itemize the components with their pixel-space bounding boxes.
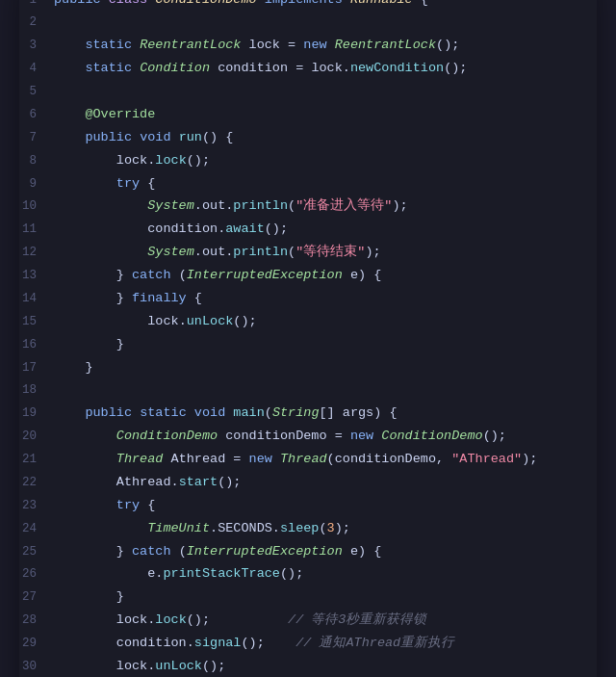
code-line-10: 10 System.out.println("准备进入等待"); xyxy=(19,195,597,218)
code-line-12: 12 System.out.println("等待结束"); xyxy=(19,241,597,264)
code-line-6: 6 @Override xyxy=(19,103,597,126)
code-line-4: 4 static Condition condition = lock.newC… xyxy=(19,57,597,80)
code-line-16: 16 } xyxy=(19,333,597,356)
code-line-29: 29 condition.signal(); // 通知AThread重新执行 xyxy=(19,632,597,655)
code-line-5: 5 xyxy=(19,80,597,103)
code-line-2: 2 xyxy=(19,11,597,34)
code-line-13: 13 } catch (InterruptedException e) { xyxy=(19,264,597,287)
code-line-1: 1 public class ConditionDemo implements … xyxy=(19,0,597,11)
code-line-23: 23 try { xyxy=(19,494,597,517)
code-line-18: 18 xyxy=(19,378,597,402)
code-line-14: 14 } finally { xyxy=(19,287,597,310)
code-line-20: 20 ConditionDemo conditionDemo = new Con… xyxy=(19,425,597,448)
code-line-17: 17 } xyxy=(19,356,597,379)
code-line-9: 9 try { xyxy=(19,172,597,195)
code-line-3: 3 static ReentrantLock lock = new Reentr… xyxy=(19,34,597,57)
code-line-24: 24 TimeUnit.SECONDS.sleep(3); xyxy=(19,517,597,540)
code-line-26: 26 e.printStackTrace(); xyxy=(19,562,597,586)
code-line-25: 25 } catch (InterruptedException e) { xyxy=(19,540,597,563)
code-line-30: 30 lock.unLock(); xyxy=(19,655,597,677)
code-line-27: 27 } xyxy=(19,586,597,609)
code-line-21: 21 Thread Athread = new Thread(condition… xyxy=(19,448,597,471)
code-line-22: 22 Athread.start(); xyxy=(19,471,597,494)
code-line-19: 19 public static void main(String[] args… xyxy=(19,402,597,425)
code-editor: 1 public class ConditionDemo implements … xyxy=(19,0,597,677)
code-line-15: 15 lock.unLock(); xyxy=(19,310,597,333)
code-line-11: 11 condition.await(); xyxy=(19,218,597,241)
code-line-7: 7 public void run() { xyxy=(19,126,597,149)
code-window: 1 public class ConditionDemo implements … xyxy=(19,0,597,677)
code-line-28: 28 lock.lock(); // 等待3秒重新获得锁 xyxy=(19,609,597,632)
code-line-8: 8 lock.lock(); xyxy=(19,149,597,172)
